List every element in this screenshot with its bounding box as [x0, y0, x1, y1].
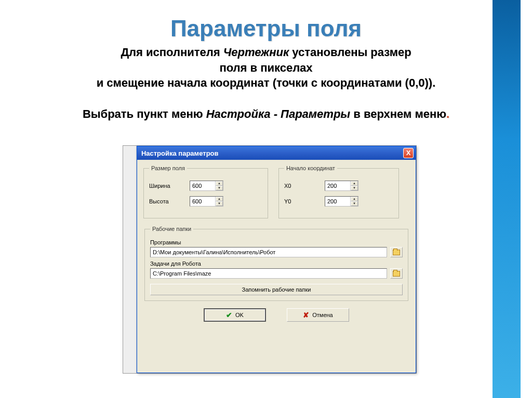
dialog-title: Настройка параметров [141, 149, 403, 157]
spin-down-icon[interactable]: ▼ [351, 186, 358, 190]
titlebar[interactable]: Настройка параметров X [137, 146, 416, 160]
tasks-label: Задачи для Робота [150, 260, 403, 267]
close-button[interactable]: X [403, 148, 414, 158]
folder-icon [393, 250, 400, 255]
programs-browse-button[interactable] [390, 247, 403, 257]
desc-part: установлены размер [289, 46, 411, 59]
desc-part: и смещение начала координат (точки с коо… [97, 76, 436, 89]
origin-group: Начало координат X0 ▲ ▼ Y0 [278, 165, 399, 218]
folders-legend: Рабочие папки [150, 226, 193, 232]
spin-up-icon[interactable]: ▲ [351, 181, 358, 186]
spin-down-icon[interactable]: ▼ [216, 201, 223, 206]
width-label: Ширина [149, 183, 190, 189]
y0-input[interactable] [325, 197, 350, 206]
field-size-group: Размер поля Ширина ▲ ▼ Высота [143, 165, 268, 218]
folder-icon [393, 271, 400, 277]
spin-down-icon[interactable]: ▼ [351, 201, 358, 206]
description-text: Для исполнителя Чертежник установлены ра… [31, 45, 501, 121]
scrap-strip [123, 146, 137, 373]
tasks-path-input[interactable] [150, 268, 387, 279]
programs-path-input[interactable] [150, 247, 387, 257]
dialog-body: Размер поля Ширина ▲ ▼ Высота [137, 160, 416, 333]
desc-em: Настройка - Параметры [206, 107, 350, 120]
cancel-label: Отмена [312, 312, 332, 318]
width-input[interactable] [190, 181, 215, 190]
x-icon: ✘ [303, 311, 309, 319]
width-spinner[interactable]: ▲ ▼ [190, 181, 223, 191]
desc-part: поля в пикселах [219, 61, 312, 74]
spin-up-icon[interactable]: ▲ [351, 197, 358, 201]
check-icon: ✔ [226, 311, 232, 319]
x0-input[interactable] [325, 181, 350, 190]
remember-folders-button[interactable]: Запомнить рабочие папки [150, 284, 403, 295]
cancel-button[interactable]: ✘ Отмена [287, 308, 349, 322]
dialog-container: Настройка параметров X Размер поля Ширин… [123, 145, 417, 374]
y0-label: Y0 [284, 198, 325, 204]
ok-button[interactable]: ✔ OK [204, 308, 266, 322]
height-label: Высота [149, 198, 190, 204]
settings-dialog: Настройка параметров X Размер поля Ширин… [137, 146, 416, 373]
accent-bar [493, 0, 521, 398]
page-title: Параметры поля [0, 16, 532, 42]
ok-label: OK [235, 312, 244, 318]
size-legend: Размер поля [149, 165, 187, 171]
programs-label: Программы [150, 239, 403, 245]
folders-group: Рабочие папки Программы Задачи для Робот… [144, 226, 408, 301]
spin-up-icon[interactable]: ▲ [216, 197, 223, 201]
height-input[interactable] [190, 197, 215, 206]
desc-part: Выбрать пункт меню [83, 107, 206, 120]
x0-spinner[interactable]: ▲ ▼ [325, 181, 358, 191]
tasks-browse-button[interactable] [390, 268, 403, 279]
spin-down-icon[interactable]: ▼ [216, 186, 223, 190]
x0-label: X0 [284, 183, 325, 189]
spin-up-icon[interactable]: ▲ [216, 181, 223, 186]
desc-em: Чертежник [223, 46, 289, 59]
height-spinner[interactable]: ▲ ▼ [190, 196, 223, 207]
desc-part: в верхнем меню [350, 107, 446, 120]
desc-dot: . [446, 107, 449, 120]
origin-legend: Начало координат [284, 165, 337, 171]
desc-part: Для исполнителя [121, 46, 223, 59]
y0-spinner[interactable]: ▲ ▼ [325, 196, 358, 207]
dialog-footer: ✔ OK ✘ Отмена [143, 301, 409, 328]
